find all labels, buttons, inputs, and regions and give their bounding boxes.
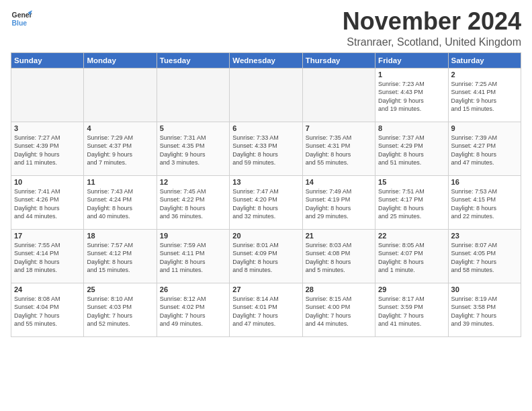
- day-number: 21: [306, 232, 372, 240]
- header: General Blue November 2024 Stranraer, Sc…: [11, 8, 521, 48]
- day-info: Sunrise: 8:08 AM Sunset: 4:04 PM Dayligh…: [14, 295, 81, 328]
- calendar-cell: [84, 68, 157, 122]
- logo: General Blue: [11, 8, 32, 30]
- day-number: 1: [378, 71, 445, 79]
- day-info: Sunrise: 7:41 AM Sunset: 4:26 PM Dayligh…: [14, 187, 81, 221]
- day-info: Sunrise: 7:59 AM Sunset: 4:11 PM Dayligh…: [160, 241, 226, 275]
- col-tuesday: Tuesday: [157, 52, 229, 68]
- day-info: Sunrise: 8:05 AM Sunset: 4:07 PM Dayligh…: [378, 241, 445, 275]
- day-info: Sunrise: 7:39 AM Sunset: 4:27 PM Dayligh…: [451, 134, 518, 167]
- day-number: 22: [378, 232, 445, 240]
- col-monday: Monday: [84, 52, 157, 68]
- calendar-table: Sunday Monday Tuesday Wednesday Thursday…: [11, 52, 521, 337]
- col-saturday: Saturday: [448, 52, 521, 68]
- day-info: Sunrise: 7:47 AM Sunset: 4:20 PM Dayligh…: [232, 187, 299, 221]
- calendar-cell: 12Sunrise: 7:45 AM Sunset: 4:22 PM Dayli…: [157, 175, 229, 229]
- day-info: Sunrise: 7:49 AM Sunset: 4:19 PM Dayligh…: [306, 187, 372, 221]
- calendar-cell: 1Sunrise: 7:23 AM Sunset: 4:43 PM Daylig…: [375, 68, 448, 122]
- day-number: 15: [378, 178, 445, 186]
- calendar-week-5: 24Sunrise: 8:08 AM Sunset: 4:04 PM Dayli…: [11, 283, 521, 336]
- calendar-cell: 17Sunrise: 7:55 AM Sunset: 4:14 PM Dayli…: [11, 229, 84, 283]
- day-info: Sunrise: 7:55 AM Sunset: 4:14 PM Dayligh…: [14, 241, 81, 275]
- day-number: 23: [451, 232, 518, 240]
- calendar-cell: 19Sunrise: 7:59 AM Sunset: 4:11 PM Dayli…: [157, 229, 229, 283]
- day-number: 5: [160, 124, 226, 132]
- day-number: 12: [160, 178, 226, 186]
- day-number: 7: [306, 124, 372, 132]
- calendar-cell: 27Sunrise: 8:14 AM Sunset: 4:01 PM Dayli…: [230, 283, 302, 336]
- day-number: 20: [232, 232, 299, 240]
- day-number: 6: [232, 124, 299, 132]
- day-number: 9: [451, 124, 518, 132]
- calendar-cell: [302, 68, 375, 122]
- header-row: Sunday Monday Tuesday Wednesday Thursday…: [11, 52, 521, 68]
- day-number: 11: [87, 178, 153, 186]
- day-info: Sunrise: 7:53 AM Sunset: 4:15 PM Dayligh…: [451, 187, 518, 221]
- calendar-cell: 30Sunrise: 8:19 AM Sunset: 3:58 PM Dayli…: [448, 283, 521, 336]
- calendar-cell: 13Sunrise: 7:47 AM Sunset: 4:20 PM Dayli…: [230, 175, 302, 229]
- day-number: 19: [160, 232, 226, 240]
- calendar-cell: 22Sunrise: 8:05 AM Sunset: 4:07 PM Dayli…: [375, 229, 448, 283]
- calendar-cell: 10Sunrise: 7:41 AM Sunset: 4:26 PM Dayli…: [11, 175, 84, 229]
- calendar-cell: 25Sunrise: 8:10 AM Sunset: 4:03 PM Dayli…: [84, 283, 157, 336]
- logo-icon: General Blue: [11, 8, 32, 30]
- calendar-cell: 8Sunrise: 7:37 AM Sunset: 4:29 PM Daylig…: [375, 122, 448, 175]
- page: General Blue November 2024 Stranraer, Sc…: [0, 0, 532, 345]
- calendar-week-4: 17Sunrise: 7:55 AM Sunset: 4:14 PM Dayli…: [11, 229, 521, 283]
- calendar-cell: [230, 68, 302, 122]
- day-info: Sunrise: 8:01 AM Sunset: 4:09 PM Dayligh…: [232, 241, 299, 275]
- calendar-cell: 16Sunrise: 7:53 AM Sunset: 4:15 PM Dayli…: [448, 175, 521, 229]
- day-info: Sunrise: 8:07 AM Sunset: 4:05 PM Dayligh…: [451, 241, 518, 275]
- calendar-cell: 23Sunrise: 8:07 AM Sunset: 4:05 PM Dayli…: [448, 229, 521, 283]
- day-number: 8: [378, 124, 445, 132]
- day-info: Sunrise: 7:25 AM Sunset: 4:41 PM Dayligh…: [451, 80, 518, 113]
- day-info: Sunrise: 7:23 AM Sunset: 4:43 PM Dayligh…: [378, 80, 445, 113]
- day-info: Sunrise: 8:10 AM Sunset: 4:03 PM Dayligh…: [87, 295, 153, 328]
- day-number: 16: [451, 178, 518, 186]
- calendar-cell: 7Sunrise: 7:35 AM Sunset: 4:31 PM Daylig…: [302, 122, 375, 175]
- day-info: Sunrise: 7:29 AM Sunset: 4:37 PM Dayligh…: [87, 134, 153, 167]
- day-number: 13: [232, 178, 299, 186]
- day-info: Sunrise: 8:14 AM Sunset: 4:01 PM Dayligh…: [232, 295, 299, 328]
- day-number: 30: [451, 285, 518, 293]
- calendar-cell: 6Sunrise: 7:33 AM Sunset: 4:33 PM Daylig…: [230, 122, 302, 175]
- day-number: 4: [87, 124, 153, 132]
- day-info: Sunrise: 7:31 AM Sunset: 4:35 PM Dayligh…: [160, 134, 226, 167]
- col-thursday: Thursday: [302, 52, 375, 68]
- calendar-week-1: 1Sunrise: 7:23 AM Sunset: 4:43 PM Daylig…: [11, 68, 521, 122]
- day-number: 3: [14, 124, 81, 132]
- day-info: Sunrise: 7:43 AM Sunset: 4:24 PM Dayligh…: [87, 187, 153, 221]
- calendar-cell: 3Sunrise: 7:27 AM Sunset: 4:39 PM Daylig…: [11, 122, 84, 175]
- calendar-cell: 20Sunrise: 8:01 AM Sunset: 4:09 PM Dayli…: [230, 229, 302, 283]
- day-number: 10: [14, 178, 81, 186]
- col-sunday: Sunday: [11, 52, 84, 68]
- calendar-cell: 18Sunrise: 7:57 AM Sunset: 4:12 PM Dayli…: [84, 229, 157, 283]
- day-info: Sunrise: 7:45 AM Sunset: 4:22 PM Dayligh…: [160, 187, 226, 221]
- day-info: Sunrise: 7:27 AM Sunset: 4:39 PM Dayligh…: [14, 134, 81, 167]
- calendar-week-2: 3Sunrise: 7:27 AM Sunset: 4:39 PM Daylig…: [11, 122, 521, 175]
- day-number: 27: [232, 285, 299, 293]
- calendar-cell: 5Sunrise: 7:31 AM Sunset: 4:35 PM Daylig…: [157, 122, 229, 175]
- day-number: 24: [14, 285, 81, 293]
- day-number: 26: [160, 285, 226, 293]
- calendar-cell: 11Sunrise: 7:43 AM Sunset: 4:24 PM Dayli…: [84, 175, 157, 229]
- day-number: 28: [306, 285, 372, 293]
- calendar-cell: 28Sunrise: 8:15 AM Sunset: 4:00 PM Dayli…: [302, 283, 375, 336]
- day-info: Sunrise: 8:15 AM Sunset: 4:00 PM Dayligh…: [306, 295, 372, 328]
- col-wednesday: Wednesday: [230, 52, 302, 68]
- calendar-week-3: 10Sunrise: 7:41 AM Sunset: 4:26 PM Dayli…: [11, 175, 521, 229]
- day-number: 17: [14, 232, 81, 240]
- day-number: 29: [378, 285, 445, 293]
- calendar-cell: 26Sunrise: 8:12 AM Sunset: 4:02 PM Dayli…: [157, 283, 229, 336]
- calendar-cell: [157, 68, 229, 122]
- main-title: November 2024: [343, 8, 521, 35]
- day-number: 14: [306, 178, 372, 186]
- calendar-cell: 14Sunrise: 7:49 AM Sunset: 4:19 PM Dayli…: [302, 175, 375, 229]
- day-info: Sunrise: 8:03 AM Sunset: 4:08 PM Dayligh…: [306, 241, 372, 275]
- calendar-cell: 9Sunrise: 7:39 AM Sunset: 4:27 PM Daylig…: [448, 122, 521, 175]
- day-number: 2: [451, 71, 518, 79]
- day-number: 18: [87, 232, 153, 240]
- day-info: Sunrise: 8:12 AM Sunset: 4:02 PM Dayligh…: [160, 295, 226, 328]
- day-number: 25: [87, 285, 153, 293]
- day-info: Sunrise: 7:33 AM Sunset: 4:33 PM Dayligh…: [232, 134, 299, 167]
